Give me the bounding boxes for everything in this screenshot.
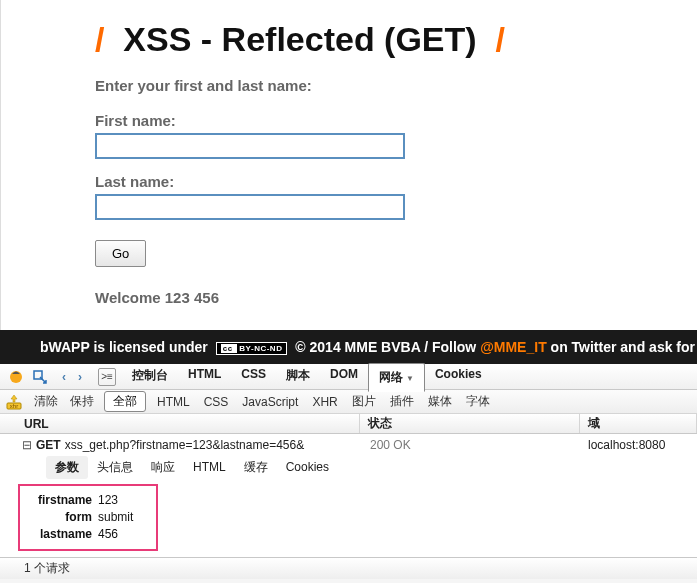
firstname-input[interactable] xyxy=(95,133,405,159)
filter-img[interactable]: 图片 xyxy=(345,390,383,413)
nav-buttons: ‹ › xyxy=(56,367,88,387)
request-domain: localhost:8080 xyxy=(588,438,665,452)
twitter-link[interactable]: @MME_IT xyxy=(480,339,547,355)
slash-decor: / xyxy=(496,20,505,58)
chevron-down-icon: ▼ xyxy=(406,374,414,383)
subtab-headers[interactable]: 头信息 xyxy=(88,456,142,479)
param-key: lastname xyxy=(28,526,98,543)
footer-mid: © 2014 MME BVBA / Follow xyxy=(295,339,480,355)
col-status[interactable]: 状态 xyxy=(360,414,580,433)
footer-suffix: on Twitter and ask for xyxy=(551,339,695,355)
filter-all-button[interactable]: 全部 xyxy=(104,391,146,412)
devtools-panel: ‹ › >≡ 控制台 HTML CSS 脚本 DOM 网络▼ Cookies x… xyxy=(0,364,697,579)
tab-cookies[interactable]: Cookies xyxy=(425,362,492,391)
request-toggle-icon[interactable]: ⊟ xyxy=(22,438,32,452)
cc-badge: BY-NC-ND xyxy=(216,342,288,355)
tab-css[interactable]: CSS xyxy=(231,362,276,391)
network-grid-header: URL 状态 域 xyxy=(0,414,697,434)
footer-bar: bWAPP is licensed under BY-NC-ND © 2014 … xyxy=(0,330,697,364)
intro-text: Enter your first and last name: xyxy=(95,77,697,94)
request-row-wrap: ⊟ GET xss_get.php?firstname=123&lastname… xyxy=(0,434,697,456)
filter-font[interactable]: 字体 xyxy=(459,390,497,413)
subtab-cache[interactable]: 缓存 xyxy=(235,456,277,479)
param-value: 456 xyxy=(98,526,118,543)
tab-script[interactable]: 脚本 xyxy=(276,362,320,391)
page-main: / XSS - Reflected (GET) / Enter your fir… xyxy=(0,0,697,330)
params-highlight-box: firstname 123 form submit lastname 456 xyxy=(18,484,158,551)
title-text: XSS - Reflected (GET) xyxy=(123,20,476,58)
devtools-status-bar: 1 个请求 xyxy=(0,557,697,579)
subtab-html[interactable]: HTML xyxy=(184,457,235,477)
request-row[interactable]: ⊟ GET xss_get.php?firstname=123&lastname… xyxy=(0,434,697,456)
tab-html[interactable]: HTML xyxy=(178,362,231,391)
tab-network-label: 网络 xyxy=(379,370,403,384)
lastname-field: Last name: xyxy=(95,173,697,220)
param-value: 123 xyxy=(98,492,118,509)
filter-media[interactable]: 媒体 xyxy=(421,390,459,413)
tab-dom[interactable]: DOM xyxy=(320,362,368,391)
inspect-icon[interactable] xyxy=(32,369,48,385)
param-row: firstname 123 xyxy=(28,492,148,509)
persist-button[interactable]: 保持 xyxy=(64,390,100,413)
param-value: submit xyxy=(98,509,133,526)
nav-forward-button[interactable]: › xyxy=(72,367,88,387)
slash-decor: / xyxy=(95,20,104,58)
firstname-label: First name: xyxy=(95,112,697,129)
devtools-main-tabs: 控制台 HTML CSS 脚本 DOM 网络▼ Cookies xyxy=(122,362,693,391)
param-row: form submit xyxy=(28,509,148,526)
subtab-cookies[interactable]: Cookies xyxy=(277,457,338,477)
tab-console[interactable]: 控制台 xyxy=(122,362,178,391)
filter-js[interactable]: JavaScript xyxy=(235,392,305,412)
firstname-field: First name: xyxy=(95,112,697,159)
filter-html[interactable]: HTML xyxy=(150,392,197,412)
clear-button[interactable]: 清除 xyxy=(28,390,64,413)
tab-network[interactable]: 网络▼ xyxy=(368,363,425,392)
xhr-break-icon[interactable]: xhr xyxy=(6,394,22,410)
filter-css[interactable]: CSS xyxy=(197,392,236,412)
devtools-toolbar-2: xhr 清除 保持 全部 HTML CSS JavaScript XHR 图片 … xyxy=(0,390,697,414)
go-button[interactable]: Go xyxy=(95,240,146,267)
lastname-label: Last name: xyxy=(95,173,697,190)
command-line-button[interactable]: >≡ xyxy=(98,368,116,386)
result-text: Welcome 123 456 xyxy=(95,289,697,306)
col-domain[interactable]: 域 xyxy=(580,414,697,433)
devtools-toolbar-1: ‹ › >≡ 控制台 HTML CSS 脚本 DOM 网络▼ Cookies xyxy=(0,364,697,390)
request-status: 200 OK xyxy=(370,438,411,452)
svg-text:xhr: xhr xyxy=(10,403,18,409)
nav-back-button[interactable]: ‹ xyxy=(56,367,72,387)
param-row: lastname 456 xyxy=(28,526,148,543)
page-title: / XSS - Reflected (GET) / xyxy=(95,20,697,59)
firebug-icon[interactable] xyxy=(8,369,24,385)
param-key: firstname xyxy=(28,492,98,509)
request-subtabs: 参数 头信息 响应 HTML 缓存 Cookies xyxy=(0,456,697,478)
request-method: GET xyxy=(36,438,61,452)
request-url: xss_get.php?firstname=123&lastname=456& xyxy=(65,438,305,452)
footer-prefix: bWAPP is licensed under xyxy=(40,339,212,355)
filter-xhr[interactable]: XHR xyxy=(305,392,344,412)
subtab-params[interactable]: 参数 xyxy=(46,456,88,479)
subtab-response[interactable]: 响应 xyxy=(142,456,184,479)
filter-plugin[interactable]: 插件 xyxy=(383,390,421,413)
param-key: form xyxy=(28,509,98,526)
lastname-input[interactable] xyxy=(95,194,405,220)
col-url[interactable]: URL xyxy=(0,414,360,433)
